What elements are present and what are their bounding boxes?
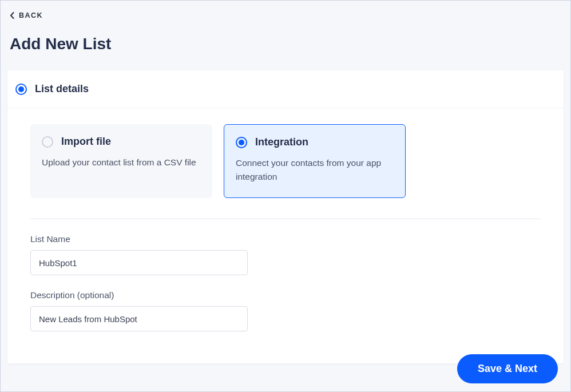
header-area: BACK Add New List bbox=[1, 1, 570, 53]
description-input[interactable] bbox=[30, 306, 248, 331]
option-integration-desc: Connect your contacts from your app inte… bbox=[236, 156, 394, 184]
save-next-button[interactable]: Save & Next bbox=[457, 354, 558, 383]
list-name-group: List Name bbox=[30, 234, 541, 275]
description-group: Description (optional) bbox=[30, 290, 541, 331]
description-label: Description (optional) bbox=[30, 290, 541, 300]
source-option-group: Import file Upload your contact list fro… bbox=[30, 124, 541, 198]
list-name-input[interactable] bbox=[30, 250, 248, 275]
list-details-card: List details Import file Upload your con… bbox=[7, 70, 564, 363]
option-integration-head: Integration bbox=[236, 136, 394, 148]
option-import-file[interactable]: Import file Upload your contact list fro… bbox=[30, 124, 212, 198]
list-name-label: List Name bbox=[30, 234, 541, 244]
divider bbox=[30, 219, 541, 219]
option-import-head: Import file bbox=[42, 136, 201, 148]
back-label: BACK bbox=[19, 11, 43, 19]
step-header[interactable]: List details bbox=[7, 70, 564, 108]
card-body: Import file Upload your contact list fro… bbox=[7, 108, 564, 363]
radio-checked-icon bbox=[236, 137, 247, 148]
radio-unchecked-icon bbox=[42, 136, 53, 148]
step-radio-icon bbox=[15, 84, 27, 95]
back-link[interactable]: BACK bbox=[10, 11, 43, 19]
option-integration-title: Integration bbox=[255, 136, 308, 148]
chevron-left-icon bbox=[10, 12, 14, 19]
option-integration[interactable]: Integration Connect your contacts from y… bbox=[224, 124, 406, 198]
page-title: Add New List bbox=[10, 35, 561, 53]
option-import-desc: Upload your contact list from a CSV file bbox=[42, 156, 201, 169]
option-import-title: Import file bbox=[61, 136, 111, 148]
step-title: List details bbox=[35, 83, 89, 95]
page-frame: BACK Add New List List details Import fi… bbox=[0, 0, 571, 392]
